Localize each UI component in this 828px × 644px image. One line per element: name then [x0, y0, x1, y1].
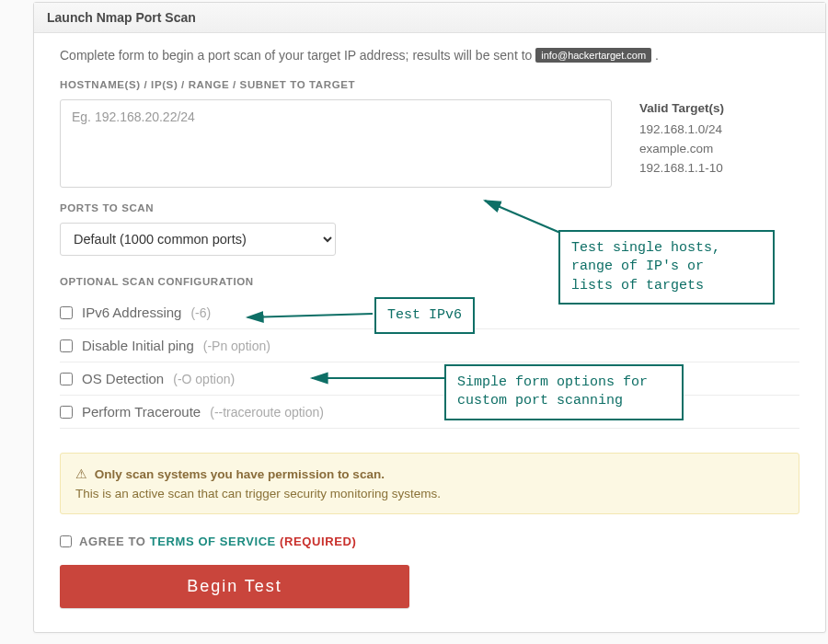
- intro-text: Complete form to begin a port scan of yo…: [60, 48, 799, 63]
- valid-target-item: 192.168.1.0/24: [639, 121, 724, 140]
- opt-os-label: OS Detection: [82, 371, 164, 386]
- opt-trace-checkbox[interactable]: [60, 406, 73, 419]
- opt-ipv6-label: IPv6 Addressing: [82, 305, 181, 320]
- panel-title: Launch Nmap Port Scan: [34, 3, 825, 33]
- agree-row: AGREE TO TERMS OF SERVICE (REQUIRED): [60, 535, 799, 548]
- warning-alert: ⚠ Only scan systems you have permission …: [60, 453, 799, 514]
- valid-target-item: example.com: [639, 140, 724, 159]
- callout-options: Simple form options for custom port scan…: [444, 364, 684, 420]
- opt-trace-note: (--traceroute option): [210, 405, 324, 420]
- target-label: HOSTNAME(S) / IP(S) / RANGE / SUBNET TO …: [60, 79, 799, 90]
- agree-required: (REQUIRED): [280, 535, 356, 548]
- ports-select[interactable]: Default (1000 common ports): [60, 223, 336, 256]
- callout-ipv6: Test IPv6: [374, 297, 475, 334]
- opt-trace-label: Perform Traceroute: [82, 404, 201, 420]
- opt-pn-note: (-Pn option): [203, 339, 270, 353]
- opt-ipv6-note: (-6): [190, 305, 211, 320]
- opt-pn-label: Disable Initial ping: [82, 338, 194, 353]
- intro-before: Complete form to begin a port scan of yo…: [60, 48, 535, 63]
- warning-icon: ⚠: [75, 467, 87, 481]
- opt-pn[interactable]: Disable Initial ping (-Pn option): [60, 329, 799, 362]
- begin-test-button[interactable]: Begin Test: [60, 565, 409, 608]
- alert-body: This is an active scan that can trigger …: [75, 487, 784, 500]
- target-row: Valid Target(s) 192.168.1.0/24 example.c…: [60, 99, 799, 188]
- opt-os-note: (-O option): [173, 372, 235, 386]
- opt-ipv6-checkbox[interactable]: [60, 306, 73, 319]
- valid-target-item: 192.168.1.1-10: [639, 159, 724, 178]
- opt-os[interactable]: OS Detection (-O option): [60, 362, 799, 396]
- ports-label: PORTS TO SCAN: [60, 202, 799, 213]
- opt-os-checkbox[interactable]: [60, 373, 73, 385]
- alert-heading: Only scan systems you have permission to…: [95, 467, 385, 481]
- opt-trace[interactable]: Perform Traceroute (--traceroute option): [60, 396, 799, 429]
- intro-after: .: [655, 48, 659, 63]
- tos-link[interactable]: TERMS OF SERVICE: [150, 535, 276, 548]
- opt-pn-checkbox[interactable]: [60, 339, 73, 352]
- callout-targets: Test single hosts, range of IP's or list…: [558, 230, 775, 305]
- agree-checkbox[interactable]: [60, 535, 72, 547]
- port-scan-panel: Launch Nmap Port Scan Complete form to b…: [33, 2, 826, 633]
- target-input[interactable]: [60, 99, 612, 188]
- valid-targets-panel: Valid Target(s) 192.168.1.0/24 example.c…: [639, 99, 724, 178]
- valid-targets-heading: Valid Target(s): [639, 99, 724, 119]
- agree-prefix: AGREE TO: [79, 535, 150, 548]
- email-badge: info@hackertarget.com: [535, 48, 651, 63]
